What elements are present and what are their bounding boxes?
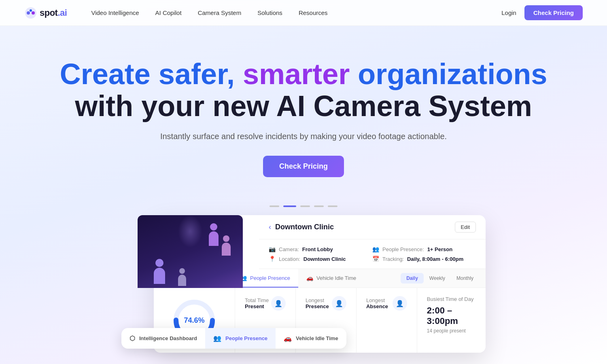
hero-section: Create safer, smarter organizations with… [0,26,607,193]
login-button[interactable]: Login [501,9,516,16]
nav-solutions[interactable]: Solutions [257,9,282,16]
nav-ai-copilot[interactable]: AI Copilot [155,9,182,16]
float-people-icon: 👥 [213,334,221,342]
stat-longest-absence-icon: 👤 [393,296,407,311]
float-intelligence-icon: ⬡ [129,334,135,342]
edit-button[interactable]: Edit [455,222,476,233]
nav-links: Video Intelligence AI Copilot Camera Sys… [91,9,501,16]
busiest-title: Busiest Time of Day [427,296,476,302]
nav-camera-system[interactable]: Camera System [198,9,242,16]
camera-preview [138,215,243,288]
stat-longest-presence-value-row: Longest Presence 👤 [306,296,346,311]
donut-value: 74.6% [184,316,204,325]
busiest-time-card: Busiest Time of Day 2:00 – 3:00pm 14 peo… [417,288,486,353]
float-tab-intelligence[interactable]: ⬡ Intelligence Dashboard [121,328,205,349]
logo-text: spot.ai [40,8,67,18]
period-tabs: Daily Weekly Monthly [394,273,486,284]
dot-2[interactable] [283,205,296,207]
tab-vehicle-idle[interactable]: 🚗 Vehicle Idle Time [298,269,364,288]
calendar-icon: 📅 [372,256,379,262]
hero-title-org: organizations [358,58,547,90]
float-vehicle-icon: 🚗 [284,334,292,342]
back-button[interactable]: ‹ [269,223,271,231]
stat-longest-absence-label: Longest Absence [366,297,388,309]
hero-title-blue: Create safer, [60,58,243,90]
dashboard-header: ‹ Downtown Clinic Edit [259,215,486,239]
hero-title-line2: with your new AI Camera System [75,90,532,122]
location-icon: 📍 [269,256,276,262]
meta-tracking: 📅 Tracking: Daily, 8:00am - 6:00pm [372,254,476,264]
vehicle-icon: 🚗 [306,275,313,281]
people-icon: 👥 [372,246,379,252]
stat-total-value-row: Total Time Present 👤 [245,296,286,311]
stat-total-icon: 👤 [271,296,286,311]
svg-point-3 [30,9,32,12]
dashboard-meta: 📷 Camera: Front Lobby 👥 People Presence:… [259,239,486,269]
stat-longest-presence-icon: 👤 [332,296,346,311]
dot-3[interactable] [300,205,310,207]
busiest-sub: 14 people present [427,328,476,334]
meta-camera: 📷 Camera: Front Lobby [269,244,372,254]
dashboard-title: Downtown Clinic [275,223,334,231]
stat-longest-absence-value-row: Longest Absence 👤 [366,296,407,311]
stat-longest-absence: Longest Absence 👤 [356,288,417,353]
svg-point-1 [27,11,30,15]
nav-video-intelligence[interactable]: Video Intelligence [91,9,139,16]
hero-title-purple: smarter [243,58,358,90]
busiest-time: 2:00 – 3:00pm [427,305,476,326]
dashboard-header-left: ‹ Downtown Clinic [269,223,334,231]
dot-1[interactable] [270,205,279,207]
float-tab-people[interactable]: 👥 People Presence [205,328,276,349]
period-daily[interactable]: Daily [401,273,424,284]
float-tab-card: ⬡ Intelligence Dashboard 👥 People Presen… [121,328,346,349]
hero-title: Create safer, smarter organizations with… [24,58,583,122]
dot-5[interactable] [328,205,337,207]
nav-check-pricing-button[interactable]: Check Pricing [524,5,583,20]
meta-location: 📍 Location: Downtown Clinic [269,254,372,264]
period-weekly[interactable]: Weekly [424,273,451,284]
nav-resources[interactable]: Resources [299,9,328,16]
stat-longest-presence-label: Longest Presence [306,297,329,309]
carousel-dots [0,205,607,207]
navbar: spot.ai Video Intelligence AI Copilot Ca… [0,0,607,26]
hero-subtitle: Instantly surface and resolve incidents … [24,132,583,141]
meta-people: 👥 People Presence: 1+ Person [372,244,476,254]
dot-4[interactable] [314,205,324,207]
period-monthly[interactable]: Monthly [451,273,479,284]
stat-total-label: Total Time Present [245,297,269,309]
svg-point-2 [32,11,35,15]
nav-actions: Login Check Pricing [501,5,583,20]
float-tab-vehicle[interactable]: 🚗 Vehicle Idle Time [276,328,346,349]
hero-check-pricing-button[interactable]: Check Pricing [263,156,344,177]
logo[interactable]: spot.ai [24,6,67,19]
camera-icon: 📷 [269,246,276,252]
